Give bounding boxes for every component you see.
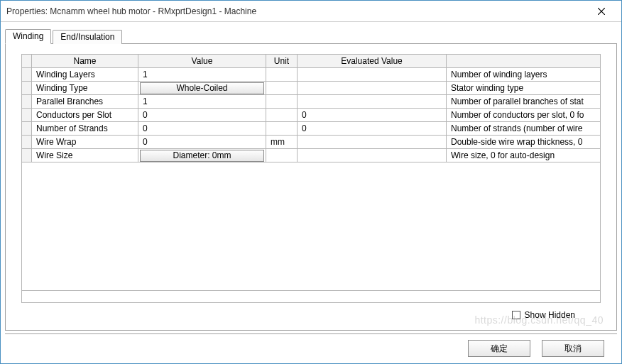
cell-value[interactable]: Diameter: 0mm [138, 149, 266, 162]
cell-unit[interactable] [266, 149, 298, 162]
cell-value[interactable]: 0 [138, 109, 266, 122]
cell-value[interactable]: 1 [138, 95, 266, 109]
tab-panel-winding: Name Value Unit Evaluated Value Winding … [5, 43, 617, 331]
property-grid-wrap: Name Value Unit Evaluated Value Winding … [21, 54, 601, 303]
table-row: Winding Layers1Number of winding layers [22, 68, 601, 82]
cell-value[interactable]: Whole-Coiled [138, 82, 266, 95]
value-picker-button[interactable]: Whole-Coiled [140, 82, 264, 94]
col-header-unit[interactable]: Unit [266, 55, 298, 68]
col-header-evaluated[interactable]: Evaluated Value [298, 55, 447, 68]
col-header-value[interactable]: Value [138, 55, 266, 68]
cell-evaluated[interactable]: 0 [298, 122, 447, 136]
value-picker-button[interactable]: Diameter: 0mm [140, 150, 264, 162]
table-row: Wire Wrap0mmDouble-side wire wrap thickn… [22, 136, 601, 149]
cell-evaluated[interactable]: 0 [298, 109, 447, 122]
cell-description[interactable]: Stator winding type [447, 82, 601, 95]
cell-evaluated[interactable] [298, 149, 447, 162]
grid-horizontal-scrollbar[interactable] [21, 291, 601, 303]
row-header[interactable] [22, 68, 32, 82]
cell-name[interactable]: Winding Type [32, 82, 138, 95]
cell-value[interactable]: 0 [138, 122, 266, 136]
cell-name[interactable]: Winding Layers [32, 68, 138, 82]
cell-description[interactable]: Number of winding layers [447, 68, 601, 82]
table-row: Conductors per Slot00Number of conductor… [22, 109, 601, 122]
cell-name[interactable]: Wire Size [32, 149, 138, 162]
cell-name[interactable]: Wire Wrap [32, 136, 138, 149]
grid-corner [22, 55, 32, 68]
grid-header-row: Name Value Unit Evaluated Value [22, 55, 601, 68]
col-header-desc[interactable] [447, 55, 601, 68]
cell-evaluated[interactable] [298, 136, 447, 149]
tab-winding[interactable]: Winding [5, 29, 51, 44]
property-grid: Name Value Unit Evaluated Value Winding … [21, 54, 601, 162]
row-header[interactable] [22, 136, 32, 149]
close-icon [598, 8, 605, 15]
row-header[interactable] [22, 95, 32, 109]
cell-description[interactable]: Wire size, 0 for auto-design [447, 149, 601, 162]
dialog-button-bar: 确定 取消 [5, 333, 617, 360]
tab-end-insulation[interactable]: End/Insulation [53, 30, 122, 44]
ok-button[interactable]: 确定 [468, 340, 530, 357]
table-row: Winding TypeWhole-CoiledStator winding t… [22, 82, 601, 95]
cell-description[interactable]: Double-side wire wrap thickness, 0 [447, 136, 601, 149]
cell-unit[interactable] [266, 109, 298, 122]
row-header[interactable] [22, 82, 32, 95]
cell-unit[interactable] [266, 95, 298, 109]
cell-evaluated[interactable] [298, 95, 447, 109]
cell-evaluated[interactable] [298, 82, 447, 95]
cell-value[interactable]: 1 [138, 68, 266, 82]
cell-unit[interactable]: mm [266, 136, 298, 149]
show-hidden-label: Show Hidden [525, 310, 575, 320]
properties-dialog: Properties: Mcnamm wheel hub motor - RMx… [0, 0, 622, 364]
grid-empty-area [21, 162, 601, 291]
cancel-button[interactable]: 取消 [542, 340, 604, 357]
close-button[interactable] [587, 1, 616, 21]
cell-unit[interactable] [266, 68, 298, 82]
row-header[interactable] [22, 109, 32, 122]
show-hidden-checkbox[interactable]: Show Hidden [512, 310, 575, 320]
cell-value[interactable]: 0 [138, 136, 266, 149]
table-row: Parallel Branches1Number of parallel bra… [22, 95, 601, 109]
row-header[interactable] [22, 149, 32, 162]
tabstrip: Winding End/Insulation [5, 26, 617, 43]
cell-description[interactable]: Number of conductors per slot, 0 fo [447, 109, 601, 122]
cell-unit[interactable] [266, 82, 298, 95]
client-area: Winding End/Insulation [1, 22, 621, 363]
cell-name[interactable]: Parallel Branches [32, 95, 138, 109]
table-row: Wire SizeDiameter: 0mmWire size, 0 for a… [22, 149, 601, 162]
cell-unit[interactable] [266, 122, 298, 136]
cell-description[interactable]: Number of strands (number of wire [447, 122, 601, 136]
cell-description[interactable]: Number of parallel branches of stat [447, 95, 601, 109]
cell-name[interactable]: Number of Strands [32, 122, 138, 136]
cell-name[interactable]: Conductors per Slot [32, 109, 138, 122]
checkbox-box-icon [512, 311, 520, 319]
titlebar: Properties: Mcnamm wheel hub motor - RMx… [1, 1, 621, 22]
table-row: Number of Strands00Number of strands (nu… [22, 122, 601, 136]
row-header[interactable] [22, 122, 32, 136]
col-header-name[interactable]: Name [32, 55, 138, 68]
cell-evaluated[interactable] [298, 68, 447, 82]
window-title: Properties: Mcnamm wheel hub motor - RMx… [6, 6, 587, 16]
panel-footer: Show Hidden [21, 303, 601, 324]
